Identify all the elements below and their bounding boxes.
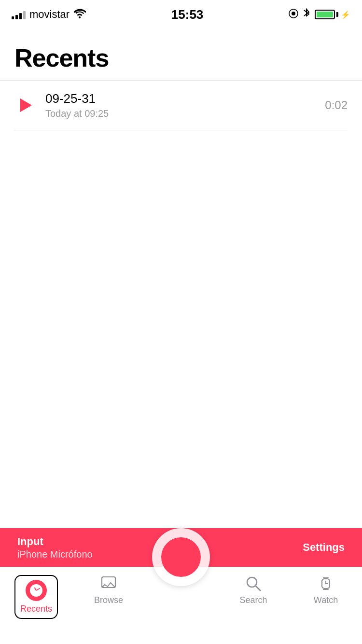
status-left: movistar (12, 8, 86, 21)
status-time: 15:53 (171, 7, 204, 22)
play-icon (20, 98, 32, 112)
tab-watch[interactable]: Watch (290, 571, 362, 605)
tab-search-label: Search (239, 595, 267, 605)
tab-browse-label: Browse (94, 595, 123, 605)
recording-divider (14, 130, 348, 130)
status-bar: movistar 15:53 ⚡ (0, 0, 362, 29)
input-device: iPhone Micrófono (17, 549, 93, 560)
record-circle (161, 537, 201, 577)
input-section: Input iPhone Micrófono (17, 535, 93, 560)
browse-icon (100, 575, 117, 592)
page-title-section: Recents (0, 29, 362, 80)
search-icon (245, 575, 262, 592)
recording-info: 09-25-31 Today at 09:25 (45, 91, 325, 119)
recording-item[interactable]: 09-25-31 Today at 09:25 0:02 (0, 81, 362, 130)
tab-watch-label: Watch (314, 595, 338, 605)
input-label: Input (17, 535, 93, 548)
status-right: ⚡ (289, 8, 350, 21)
tab-recents-label: Recents (20, 604, 52, 614)
play-button[interactable] (14, 95, 36, 116)
recording-date: Today at 09:25 (45, 108, 325, 119)
svg-point-1 (292, 12, 295, 15)
tab-recents[interactable]: Recents (0, 571, 72, 619)
recents-clock-icon (26, 580, 47, 601)
tab-browse[interactable]: Browse (72, 571, 145, 605)
signal-icon (12, 10, 26, 19)
record-button[interactable] (152, 528, 210, 586)
recordings-list: 09-25-31 Today at 09:25 0:02 (0, 81, 362, 130)
watch-icon (317, 575, 334, 592)
wifi-icon (73, 9, 86, 21)
carrier-name: movistar (29, 8, 70, 21)
screen-lock-icon (289, 9, 298, 21)
recording-duration: 0:02 (325, 98, 348, 112)
settings-button[interactable]: Settings (303, 541, 345, 554)
battery-icon: ⚡ (315, 10, 350, 19)
bluetooth-icon (303, 8, 310, 21)
page-title: Recents (14, 43, 348, 72)
recording-name: 09-25-31 (45, 91, 325, 106)
svg-line-4 (256, 586, 261, 591)
tab-search[interactable]: Search (217, 571, 290, 605)
